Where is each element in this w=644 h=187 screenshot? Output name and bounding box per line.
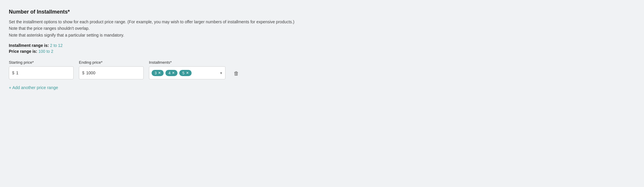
installment-range-row: Installment range is: 2 to 12 <box>9 43 421 48</box>
installment-range-value: 2 to 12 <box>50 43 63 48</box>
installment-range-label: Installment range is: <box>9 43 49 48</box>
starting-price-prefix: $ <box>12 70 14 75</box>
description-line3: Note that asterisks signify that a parti… <box>9 33 124 37</box>
tag-4-value: 4 <box>168 71 170 75</box>
ending-price-label: Ending price* <box>79 60 144 65</box>
description-block: Set the installment options to show for … <box>9 19 421 38</box>
tag-3[interactable]: 3 ✕ <box>152 70 164 76</box>
starting-price-group: Starting price* $ <box>9 60 74 79</box>
delete-row-button[interactable]: 🗑 <box>231 68 242 79</box>
add-range-label: + Add another price range <box>9 85 58 90</box>
installments-group: Installments* 3 ✕ 4 ✕ 5 ✕ ▾ <box>149 60 225 79</box>
installments-label: Installments* <box>149 60 225 65</box>
ending-price-input[interactable] <box>86 70 140 75</box>
tag-5[interactable]: 5 ✕ <box>179 70 191 76</box>
section-title: Number of Installments* <box>9 9 421 15</box>
tag-4-close-icon[interactable]: ✕ <box>172 71 175 75</box>
ending-price-group: Ending price* $ <box>79 60 144 79</box>
starting-price-input[interactable] <box>16 70 70 75</box>
price-range-label: Price range is: <box>9 49 37 54</box>
ending-price-input-wrapper: $ <box>79 66 144 79</box>
ending-price-prefix: $ <box>82 70 84 75</box>
price-range-value: 100 to 2 <box>38 49 53 54</box>
tag-5-close-icon[interactable]: ✕ <box>186 71 189 75</box>
tag-3-value: 3 <box>155 71 157 75</box>
installments-input-wrapper[interactable]: 3 ✕ 4 ✕ 5 ✕ ▾ <box>149 66 225 79</box>
tag-3-close-icon[interactable]: ✕ <box>158 71 161 75</box>
main-container: Number of Installments* Set the installm… <box>9 9 421 90</box>
tag-5-value: 5 <box>182 71 184 75</box>
trash-icon: 🗑 <box>234 70 239 77</box>
starting-price-label: Starting price* <box>9 60 74 65</box>
description-line2: Note that the price ranges shouldn't ove… <box>9 26 89 31</box>
tag-4[interactable]: 4 ✕ <box>165 70 177 76</box>
info-section: Installment range is: 2 to 12 Price rang… <box>9 43 421 54</box>
price-range-row: Price range is: 100 to 2 <box>9 49 421 54</box>
add-price-range-button[interactable]: + Add another price range <box>9 85 58 90</box>
installments-dropdown-arrow[interactable]: ▾ <box>220 71 223 75</box>
description-line1: Set the installment options to show for … <box>9 19 294 24</box>
fields-row: Starting price* $ Ending price* $ Instal… <box>9 60 421 79</box>
starting-price-input-wrapper: $ <box>9 66 74 79</box>
